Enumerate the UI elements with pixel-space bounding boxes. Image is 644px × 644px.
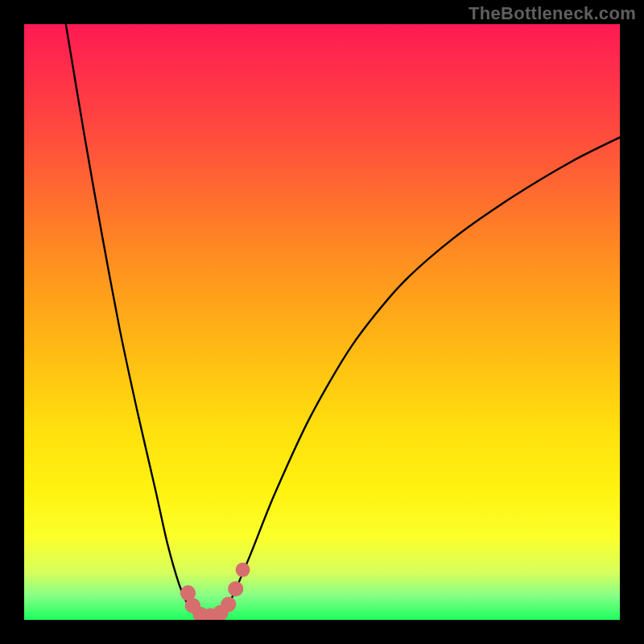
chart-frame: TheBottleneck.com <box>0 0 644 644</box>
valley-marker <box>228 581 243 597</box>
valley-marker <box>236 563 250 577</box>
bottleneck-curve-path <box>66 24 620 620</box>
bottleneck-curve <box>24 24 620 620</box>
valley-marker <box>221 597 236 612</box>
plot-area <box>24 24 620 620</box>
watermark-label: TheBottleneck.com <box>469 3 636 24</box>
